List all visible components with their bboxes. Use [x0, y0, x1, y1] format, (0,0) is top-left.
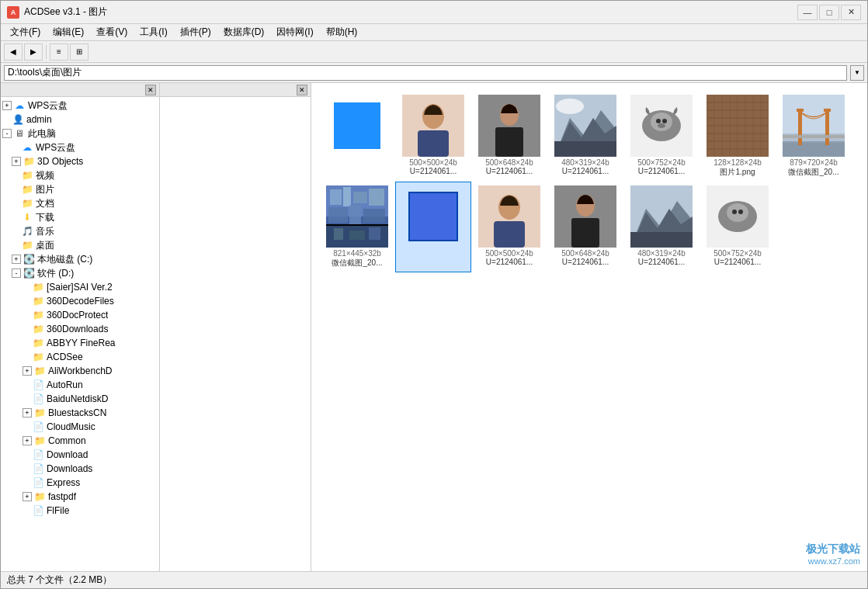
- tree-item-local-c[interactable]: + 💽 本地磁盘 (C:): [1, 252, 159, 266]
- middle-panel-content[interactable]: [160, 97, 311, 571]
- toolbar-btn-4[interactable]: ⊞: [70, 43, 89, 61]
- tree-item-common[interactable]: + 📁 Common: [1, 434, 159, 448]
- tree-item-music[interactable]: 🎵 音乐: [1, 224, 159, 238]
- tree-label-download: Download: [47, 449, 88, 460]
- tree-item-saier[interactable]: 📁 [Saier]SAI Ver.2: [1, 280, 159, 294]
- tree-item-3d-objects[interactable]: + 📁 3D Objects: [1, 154, 159, 168]
- tree-item-download[interactable]: 📄 Download: [1, 448, 159, 462]
- middle-panel-close[interactable]: ✕: [297, 85, 307, 95]
- thumbnail-item-8[interactable]: 821×445×32b 微信截图_20...: [319, 182, 395, 272]
- toolbar-btn-1[interactable]: ◀: [4, 43, 23, 61]
- tree-item-download-user[interactable]: ⬇ 下载: [1, 210, 159, 224]
- portrait-svg-3: [478, 95, 540, 157]
- menu-edit[interactable]: 编辑(E): [47, 24, 90, 40]
- tree-item-autorun[interactable]: 📄 AutoRun: [1, 378, 159, 392]
- tree-item-fastpdf[interactable]: + 📁 fastpdf: [1, 490, 159, 504]
- tree-item-pictures[interactable]: 📁 图片: [1, 182, 159, 196]
- tree-item-software-d[interactable]: - 💽 软件 (D:): [1, 266, 159, 280]
- thumb-image-12: [630, 185, 693, 248]
- main-window: A ACDSee v3.1 - 图片 — □ ✕ 文件(F) 编辑(E) 查看(…: [0, 0, 868, 589]
- maximize-button[interactable]: □: [819, 5, 839, 20]
- tree-toggle-blue[interactable]: +: [23, 408, 32, 417]
- menu-tools[interactable]: 工具(I): [134, 24, 173, 40]
- thumbnail-item-7[interactable]: 879×720×24b 微信截图_20...: [776, 91, 852, 182]
- tree-item-360decode[interactable]: 📁 360DecodeFiles: [1, 294, 159, 308]
- tree-toggle-wps-cloud[interactable]: +: [2, 101, 12, 110]
- thumbnail-item-13[interactable]: 500×752×24b U=2124061...: [700, 182, 776, 272]
- thumbnail-item-5[interactable]: 500×752×24b U=2124061...: [623, 91, 700, 182]
- status-bar: 总共 7 个文件（2.2 MB）: [1, 571, 867, 588]
- downloads-folder-icon: 📄: [32, 463, 44, 475]
- menu-view[interactable]: 查看(V): [90, 24, 134, 40]
- tree-item-wps-cloud[interactable]: + ☁ WPS云盘: [1, 99, 159, 113]
- tree-item-bluestacks[interactable]: + 📁 BluestacksCN: [1, 406, 159, 420]
- tree-item-wps-cloud2[interactable]: ☁ WPS云盘: [1, 140, 159, 154]
- tree-item-flfile[interactable]: 📄 FlFile: [1, 504, 159, 518]
- window-title: ACDSee v3.1 - 图片: [24, 5, 107, 19]
- thumbnail-item-11[interactable]: 500×648×24b U=2124061...: [547, 182, 623, 272]
- tree-item-downloads[interactable]: 📄 Downloads: [1, 462, 159, 476]
- tree-item-aliworkbench[interactable]: + 📁 AliWorkbenchD: [1, 364, 159, 378]
- tree-item-this-pc[interactable]: - 🖥 此电脑: [1, 126, 159, 140]
- thumbnail-item-9[interactable]: [395, 182, 471, 272]
- tree-item-docs[interactable]: 📁 文档: [1, 196, 159, 210]
- thumb-size-5: 500×752×24b: [637, 158, 686, 167]
- svg-point-73: [738, 210, 743, 214]
- menu-internet[interactable]: 因特网(I): [270, 24, 319, 40]
- thumbnail-item-6[interactable]: 128×128×24b 图片1.png: [700, 91, 776, 182]
- tree-item-desktop[interactable]: 📁 桌面: [1, 238, 159, 252]
- tree-item-video[interactable]: 📁 视频: [1, 168, 159, 182]
- menu-file[interactable]: 文件(F): [4, 24, 47, 40]
- tree-toggle-this-pc[interactable]: -: [2, 129, 12, 138]
- thumbnails-panel: 500×500×24b U=2124061... 500×: [311, 83, 867, 571]
- tree-item-cloudmusic[interactable]: 📄 CloudMusic: [1, 420, 159, 434]
- thumbnail-item-2[interactable]: 500×500×24b U=2124061...: [395, 91, 471, 182]
- menu-plugins[interactable]: 插件(P): [174, 24, 217, 40]
- thumbnail-item-1[interactable]: [319, 91, 395, 182]
- toolbar-btn-3[interactable]: ≡: [50, 43, 68, 61]
- tree-item-baidu[interactable]: 📄 BaiduNetdiskD: [1, 392, 159, 406]
- tree-item-acdsee[interactable]: 📁 ACDSee: [1, 350, 159, 364]
- thumbnail-item-10[interactable]: 500×500×24b U=2124061...: [471, 182, 547, 272]
- close-button[interactable]: ✕: [841, 5, 861, 20]
- tree-toggle-common[interactable]: +: [23, 436, 32, 445]
- tree-toggle-3d[interactable]: +: [12, 157, 21, 166]
- tree-item-express[interactable]: 📄 Express: [1, 476, 159, 490]
- thumb-size-2: 500×500×24b: [409, 158, 457, 167]
- tree-item-360doc[interactable]: 📁 360DocProtect: [1, 308, 159, 322]
- tree-toggle-fastpdf[interactable]: +: [23, 492, 32, 501]
- svg-point-72: [732, 210, 737, 214]
- tree-label-fastpdf: fastpdf: [48, 491, 76, 502]
- menu-database[interactable]: 数据库(D): [217, 24, 271, 40]
- tree-toggle-c[interactable]: +: [12, 255, 21, 264]
- thumbnail-item-12[interactable]: 480×319×24b U=2124061...: [623, 182, 700, 272]
- address-dropdown-button[interactable]: ▼: [850, 65, 864, 81]
- tree-panel-close[interactable]: ✕: [145, 85, 156, 95]
- thumbnail-item-3[interactable]: 500×648×24b U=2124061...: [471, 91, 547, 182]
- tree-toggle-d[interactable]: -: [12, 269, 21, 278]
- tree-label-acdsee: ACDSee: [47, 352, 83, 362]
- tree-label-admin: admin: [26, 114, 52, 125]
- acdsee-folder-icon: 📁: [32, 351, 44, 363]
- thumbnail-item-4[interactable]: 480×319×24b U=2124061...: [547, 91, 623, 182]
- thumb-name-13: U=2124061...: [703, 258, 773, 266]
- tree-item-360dl[interactable]: 📁 360Downloads: [1, 322, 159, 336]
- tree-item-abbyy[interactable]: 📁 ABBYY FineRea: [1, 336, 159, 350]
- minimize-button[interactable]: —: [797, 5, 818, 20]
- thumb-image-13: [707, 185, 769, 248]
- address-input[interactable]: [4, 65, 847, 81]
- svg-rect-48: [369, 189, 384, 206]
- tree-item-admin[interactable]: 👤 admin: [1, 113, 159, 126]
- common-icon: 📁: [33, 435, 46, 447]
- tree-label-desktop: 桌面: [36, 239, 54, 252]
- tree-toggle-ali[interactable]: +: [23, 366, 32, 376]
- svg-rect-6: [495, 127, 523, 157]
- disk-c-icon: 💽: [23, 253, 35, 265]
- video-folder-icon: 📁: [21, 169, 33, 182]
- watermark-line1: 极光下载站: [806, 542, 860, 556]
- tree-label-wps-cloud: WPS云盘: [28, 99, 68, 113]
- toolbar-btn-2[interactable]: ▶: [24, 43, 43, 61]
- menu-help[interactable]: 帮助(H): [320, 24, 364, 40]
- folder-tree[interactable]: + ☁ WPS云盘 👤 admin - 🖥 此电脑: [1, 97, 159, 571]
- thumb-name-10: U=2124061...: [474, 258, 544, 266]
